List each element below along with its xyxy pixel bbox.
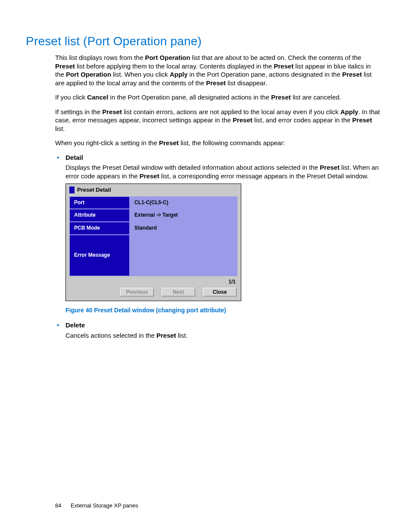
command-name-detail: Detail	[65, 153, 381, 162]
bold: Port Operation	[145, 54, 190, 61]
page-footer: 84 External Storage XP panes	[55, 502, 138, 509]
text: list before applying them to the local a…	[75, 62, 274, 70]
bold: Preset	[156, 332, 176, 339]
text: list that are about to be acted on. Chec…	[190, 54, 361, 61]
text: list. When you click	[111, 71, 170, 78]
value-attribute: External -> Target	[130, 209, 237, 222]
value-error-message	[130, 235, 237, 276]
text: list.	[55, 125, 65, 132]
bold: Port Operation	[66, 71, 111, 78]
bold: Preset	[352, 116, 372, 124]
text: list contain errors, actions are not app…	[122, 108, 340, 115]
page-counter: 1/1	[66, 278, 241, 288]
text: If settings in the	[55, 108, 102, 115]
title-icon	[69, 187, 75, 193]
bold: Preset	[159, 139, 179, 146]
figure-caption: Figure 40 Preset Detail window (changing…	[65, 306, 381, 314]
text: list.	[176, 332, 188, 339]
text: This list displays rows from the	[55, 54, 145, 61]
text: Cancels actions selected in the	[65, 332, 156, 339]
text: Displays the Preset Detail window with d…	[65, 164, 320, 171]
list-item-detail: Detail Displays the Preset Detail window…	[55, 153, 381, 314]
window-titlebar: Preset Detail	[66, 184, 241, 196]
label-pcb-mode: PCB Mode	[69, 222, 130, 235]
command-name-delete: Delete	[65, 321, 381, 330]
body-content: This list displays rows from the Port Op…	[55, 53, 381, 339]
preset-detail-window: Preset Detail Port CL1-C(CL5-C) Attribut…	[65, 184, 241, 301]
bold: Preset	[55, 62, 75, 70]
bold: Preset	[206, 79, 226, 87]
bold: Apply	[340, 108, 358, 115]
next-button[interactable]: Next	[162, 288, 195, 296]
footer-section-title: External Storage XP panes	[71, 502, 138, 509]
label-attribute: Attribute	[69, 209, 130, 222]
text: in the Port Operation pane, all designat…	[108, 93, 271, 101]
page-number: 84	[55, 502, 61, 509]
list-item-delete: Delete Cancels actions selected in the P…	[55, 321, 381, 339]
bold: Preset	[233, 116, 252, 124]
value-pcb-mode: Standard	[130, 222, 237, 235]
bold: Preset	[102, 108, 122, 115]
command-desc-delete: Cancels actions selected in the Preset l…	[65, 331, 381, 340]
bold: Preset	[140, 172, 159, 180]
label-error-message: Error Message	[69, 235, 130, 276]
text: in the Port Operation pane, actions desi…	[188, 71, 342, 78]
text: list, the following commands appear:	[179, 139, 285, 146]
bold: Cancel	[87, 93, 108, 101]
text: list disappear.	[226, 79, 267, 87]
text: list, and error codes appear in the	[252, 116, 352, 124]
command-list: Detail Displays the Preset Detail window…	[55, 153, 381, 340]
paragraph-3: If settings in the Preset list contain e…	[55, 108, 381, 133]
bold: Preset	[274, 62, 294, 70]
bold: Preset	[271, 93, 291, 101]
paragraph-1: This list displays rows from the Port Op…	[55, 53, 381, 87]
text: When you right-click a setting in the	[55, 139, 159, 146]
bold: Apply	[170, 71, 188, 78]
previous-button[interactable]: Previous	[120, 288, 154, 296]
text: list, a corresponding error message appe…	[159, 172, 369, 180]
text: list are canceled.	[291, 93, 341, 101]
paragraph-4: When you right-click a setting in the Pr…	[55, 139, 381, 147]
command-desc-detail: Displays the Preset Detail window with d…	[65, 163, 381, 180]
button-row: Previous Next Close	[66, 288, 241, 301]
section-heading: Preset list (Port Operation pane)	[26, 34, 385, 48]
bold: Preset	[320, 164, 339, 171]
text: If you click	[55, 93, 87, 101]
value-port: CL1-C(CL5-C)	[130, 196, 237, 209]
document-page: Preset list (Port Operation pane) This l…	[0, 0, 411, 532]
bold: Preset	[342, 71, 362, 78]
detail-grid: Port CL1-C(CL5-C) Attribute External -> …	[69, 196, 237, 276]
label-port: Port	[69, 196, 130, 209]
window-title: Preset Detail	[77, 187, 111, 194]
close-button[interactable]: Close	[203, 288, 237, 296]
paragraph-2: If you click Cancel in the Port Operatio…	[55, 93, 381, 102]
